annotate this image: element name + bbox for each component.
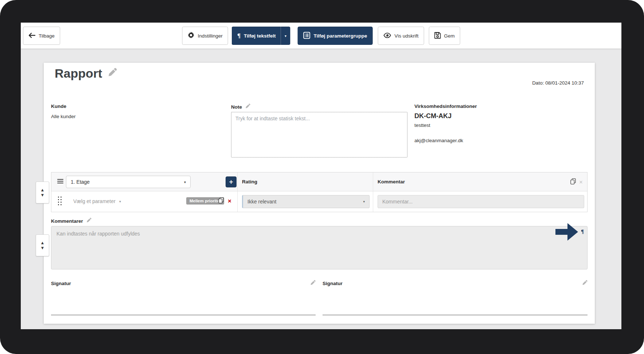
- kommentarer-label: Kommentarer: [51, 218, 83, 224]
- pilcrow-icon[interactable]: ¶: [581, 229, 584, 235]
- parameter-drag-handle-icon[interactable]: [58, 197, 62, 206]
- move-down-icon: ▼: [40, 193, 45, 197]
- reorder-handle-kommentarer[interactable]: ▲ ▼: [36, 234, 49, 256]
- settings-button[interactable]: Indstillinger: [182, 27, 228, 45]
- parameter-select-value: Vælg et parameter: [73, 198, 116, 204]
- kommentarer-textarea[interactable]: Kan indtastes når rapporten udfyldes ¶: [51, 226, 588, 269]
- signature-label: Signatur: [323, 281, 343, 286]
- screenshot-stage: Tilbage Indstillinger ¶ Tilføj tekstfelt…: [0, 0, 644, 354]
- signature-left: Signatur: [51, 281, 316, 317]
- chevron-down-icon: ▾: [285, 34, 286, 38]
- group-name-select[interactable]: 1. Etage ▾: [66, 176, 191, 188]
- add-parametergroup-button[interactable]: Tilføj parametergruppe: [298, 27, 373, 45]
- kommentarer-placeholder: Kan indtastes når rapporten udfyldes: [51, 226, 587, 241]
- column-divider: [237, 191, 238, 212]
- annotation-arrow-icon: [555, 223, 578, 242]
- remove-group-icon[interactable]: ×: [579, 179, 583, 185]
- note-block: Note Tryk for at indtaste statisk tekst.…: [231, 104, 407, 110]
- gear-icon: [188, 32, 195, 40]
- edit-signature-pencil-icon[interactable]: [582, 280, 588, 287]
- add-textfield-dropdown-button[interactable]: ▾: [281, 27, 290, 45]
- edit-signature-pencil-icon[interactable]: [310, 280, 316, 287]
- group-drag-handle-icon[interactable]: [57, 179, 63, 184]
- add-textfield-splitbutton: ¶ Tilføj tekstfelt ▾: [232, 27, 290, 45]
- app-window: Tilbage Indstillinger ¶ Tilføj tekstfelt…: [21, 23, 621, 329]
- note-static-text-area[interactable]: Tryk for at indtaste statisk tekst...: [231, 112, 407, 157]
- company-info-block: Virksomhedsinformationer DK-CM-AKJ testt…: [414, 104, 567, 109]
- signature-label: Signatur: [51, 281, 71, 286]
- toolbar: Tilbage Indstillinger ¶ Tilføj tekstfelt…: [21, 23, 621, 49]
- parameter-select[interactable]: Vælg et parameter ▾: [73, 198, 121, 204]
- eye-icon: [383, 32, 391, 39]
- chevron-down-icon: ▾: [363, 200, 365, 203]
- company-name: testtest: [414, 122, 430, 128]
- toolbar-center-group: Indstillinger ¶ Tilføj tekstfelt ▾ Ti: [182, 27, 460, 45]
- group-name-value: 1. Etage: [71, 179, 90, 185]
- move-up-icon: ▲: [40, 188, 45, 192]
- kommentarer-head: Kommentarer: [51, 218, 91, 225]
- delete-parameter-icon[interactable]: ×: [228, 198, 231, 204]
- duplicate-parameter-icon[interactable]: [218, 197, 224, 205]
- back-button-label: Tilbage: [39, 33, 55, 39]
- settings-button-label: Indstillinger: [198, 33, 223, 39]
- chevron-down-icon: ▾: [184, 180, 186, 184]
- rating-select-value: Ikke relevant: [247, 199, 276, 205]
- add-textfield-button[interactable]: ¶ Tilføj tekstfelt: [232, 27, 281, 45]
- add-parameter-button[interactable]: +: [226, 176, 237, 187]
- column-divider: [373, 191, 373, 212]
- company-code: DK-CM-AKJ: [414, 112, 452, 120]
- save-button[interactable]: Gem: [429, 27, 460, 45]
- save-button-label: Gem: [444, 33, 454, 39]
- edit-note-pencil-icon[interactable]: [245, 104, 250, 110]
- signature-right: Signatur: [323, 281, 588, 317]
- note-label: Note: [231, 104, 242, 110]
- edit-title-pencil-icon[interactable]: [107, 68, 117, 79]
- move-down-icon: ▼: [40, 246, 45, 250]
- preview-button-label: Vis udskrift: [394, 33, 418, 39]
- parameter-comment-input[interactable]: [378, 195, 584, 208]
- report-date: Dato: 08/01-2024 10:37: [532, 80, 584, 86]
- kunde-value: Alle kunder: [51, 114, 76, 119]
- move-up-icon: ▲: [40, 241, 45, 245]
- list-icon: [303, 32, 311, 40]
- column-divider: [237, 172, 238, 191]
- column-divider: [373, 172, 373, 191]
- duplicate-group-icon[interactable]: [570, 178, 576, 186]
- rating-select[interactable]: Ikke relevant ▾: [242, 195, 370, 208]
- note-placeholder: Tryk for at indtaste statisk tekst...: [231, 112, 407, 125]
- parameter-group: 1. Etage ▾ + Rating Kommentar ×: [51, 172, 588, 212]
- add-parametergroup-label: Tilføj parametergruppe: [314, 33, 367, 39]
- report-title-row: Rapport: [55, 66, 117, 81]
- parameter-row: Vælg et parameter ▾ Mellem prioritet × I…: [51, 191, 587, 212]
- pilcrow-icon: ¶: [237, 32, 241, 39]
- report-card: Rapport Dato: 08/01-2024 10:37 Kunde All…: [44, 63, 595, 324]
- company-info-label: Virksomhedsinformationer: [414, 104, 567, 109]
- edit-kommentarer-pencil-icon[interactable]: [86, 218, 91, 225]
- add-textfield-label: Tilføj tekstfelt: [244, 33, 276, 39]
- parameter-group-header: 1. Etage ▾ + Rating Kommentar ×: [51, 172, 587, 191]
- kommentar-column-header: Kommentar: [378, 179, 405, 184]
- preview-button[interactable]: Vis udskrift: [378, 27, 424, 45]
- save-icon: [434, 32, 441, 40]
- kunde-label: Kunde: [51, 104, 66, 109]
- signature-line: [323, 315, 588, 315]
- chevron-down-icon: ▾: [119, 199, 121, 203]
- report-title: Rapport: [55, 66, 102, 81]
- signature-line: [51, 315, 316, 315]
- back-button[interactable]: Tilbage: [23, 27, 60, 45]
- reorder-handle-parametergroup[interactable]: ▲ ▼: [36, 182, 49, 203]
- rating-column-header: Rating: [242, 179, 257, 184]
- plus-icon: +: [229, 178, 233, 186]
- back-arrow-icon: [28, 33, 35, 39]
- company-email: akj@cleanmanager.dk: [414, 138, 463, 143]
